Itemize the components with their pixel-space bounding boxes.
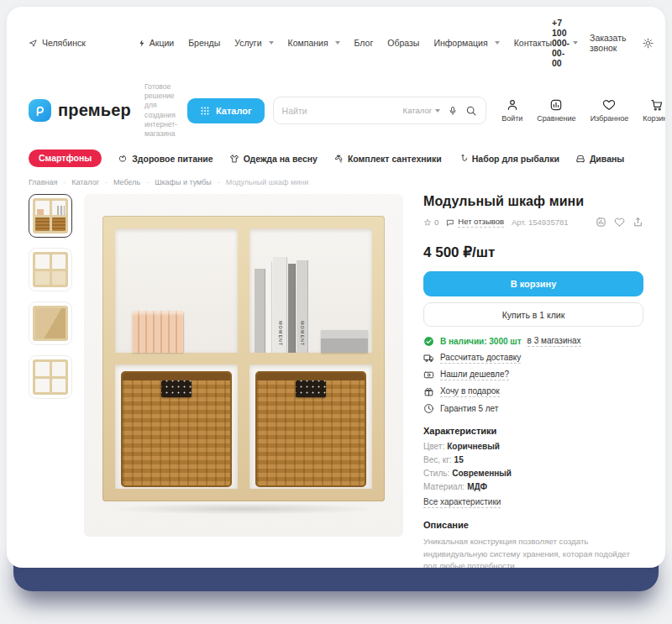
cheaper-row: Нашли дешевле? xyxy=(423,370,643,380)
favorites-button[interactable]: Избранное xyxy=(591,98,629,123)
logo-icon xyxy=(29,99,51,122)
compare-icon[interactable] xyxy=(596,217,606,228)
breadcrumb-home[interactable]: Главная xyxy=(29,178,57,186)
microphone-icon[interactable] xyxy=(448,106,458,116)
nav-item-spring-clothes[interactable]: Одежда на весну xyxy=(229,154,318,164)
gift-row: Хочу в подарок xyxy=(423,386,643,397)
nav-item-sofas[interactable]: Диваны xyxy=(575,154,624,164)
chevron-down-icon xyxy=(495,41,500,45)
nav-item-plumbing-kit[interactable]: Комплект сантехники xyxy=(333,154,442,164)
rating: 0 xyxy=(423,218,438,227)
product-thumbnail-3[interactable] xyxy=(29,302,72,345)
location-icon xyxy=(29,39,38,48)
cart-button[interactable]: Корзина xyxy=(643,98,665,123)
books: MOMENT MOMENT xyxy=(255,257,308,353)
product-thumbnail-2[interactable] xyxy=(29,248,72,291)
thumbnail-list xyxy=(29,194,72,568)
sku: Арт. 154935781 xyxy=(512,218,569,227)
spec-row: Стиль:Современный xyxy=(423,469,643,478)
star-icon xyxy=(423,218,432,227)
shelf-illustration: MOMENT MOMENT xyxy=(102,216,385,501)
search-icon[interactable] xyxy=(465,105,477,117)
check-circle-icon xyxy=(423,336,434,347)
availability-row: В наличии: 3000 шт в 3 магазинах xyxy=(423,336,643,347)
compare-icon xyxy=(549,98,563,112)
nav-item-fishing-set[interactable]: Набор для рыбалки xyxy=(458,154,559,164)
faucet-icon xyxy=(333,154,344,164)
all-specs-link[interactable]: Все характеристики xyxy=(423,497,501,508)
menu-item-information[interactable]: Информация xyxy=(433,38,499,48)
compare-button[interactable]: Сравнение xyxy=(537,98,575,123)
stock-count: В наличии: 3000 шт xyxy=(440,337,522,346)
product-thumbnail-4[interactable] xyxy=(29,355,72,399)
product-image[interactable]: MOMENT MOMENT xyxy=(84,194,403,537)
specs-list: Цвет:Коричневый Вес, кг:15 Стиль:Совреме… xyxy=(423,442,643,491)
gift-link[interactable]: Хочу в подарок xyxy=(440,386,500,397)
menu-item-contacts[interactable]: Контакты xyxy=(514,38,552,48)
delivery-row: Рассчитать доставку xyxy=(423,353,643,364)
product-meta: 0 Нет отзывов Арт. 154935781 xyxy=(423,217,643,228)
phone-link[interactable]: +7 100 000-00-00 xyxy=(552,18,578,68)
heart-icon[interactable] xyxy=(614,217,625,228)
stores-link[interactable]: в 3 магазинах xyxy=(528,336,581,347)
menu-item-blog[interactable]: Блог xyxy=(354,38,374,48)
share-icon[interactable] xyxy=(633,217,643,228)
search-bar: Каталог xyxy=(273,97,487,124)
nav-item-health-food[interactable]: Здоровое питание xyxy=(118,154,213,164)
header-actions: Войти Сравнение Избранное xyxy=(501,98,665,123)
pink-box xyxy=(132,311,184,353)
sun-icon[interactable] xyxy=(643,38,654,49)
city-selector[interactable]: Челябинск xyxy=(29,38,86,48)
menu-item-company[interactable]: Компания xyxy=(288,38,340,48)
wicker-basket xyxy=(121,371,232,487)
apple-icon xyxy=(118,154,128,164)
search-scope-select[interactable]: Каталог xyxy=(403,106,441,115)
warranty-row: Гарантия 5 лет xyxy=(423,403,643,414)
logo[interactable]: премьер xyxy=(29,99,131,122)
gray-box xyxy=(321,330,368,353)
breadcrumb: Главная Каталог Мебель Шкафы и тумбы Мод… xyxy=(29,178,643,186)
menu-item-brands[interactable]: Бренды xyxy=(188,38,220,48)
topbar-right: +7 100 000-00-00 Заказать звонок xyxy=(552,18,654,68)
breadcrumb-furniture[interactable]: Мебель xyxy=(99,178,140,186)
fishing-hook-icon xyxy=(458,154,468,164)
purchase-info: В наличии: 3000 шт в 3 магазинах Рассчит… xyxy=(423,336,643,414)
page-title: Модульный шкаф мини xyxy=(423,194,643,209)
callback-link[interactable]: Заказать звонок xyxy=(590,33,626,53)
page: Челябинск Акции Бренды Услуги Компания Б… xyxy=(0,0,672,624)
city-label: Челябинск xyxy=(42,38,86,48)
product-price: 4 500 ₽/шт xyxy=(423,244,643,261)
user-icon xyxy=(506,98,519,112)
chevron-down-icon xyxy=(573,41,578,45)
delivery-link[interactable]: Рассчитать доставку xyxy=(440,353,521,364)
product-thumbnail-1[interactable] xyxy=(29,194,72,238)
category-nav: Смартфоны Здоровое питание Одежда на вес… xyxy=(29,149,643,167)
search-input[interactable] xyxy=(282,106,396,116)
truck-icon xyxy=(423,353,434,364)
topbar: Челябинск Акции Бренды Услуги Компания Б… xyxy=(29,7,643,68)
cart-icon xyxy=(650,98,664,112)
found-cheaper-link[interactable]: Нашли дешевле? xyxy=(440,370,509,380)
add-to-cart-button[interactable]: В корзину xyxy=(423,271,643,296)
spec-row: Материал:МДФ xyxy=(423,482,643,491)
menu-item-services[interactable]: Услуги xyxy=(234,38,273,48)
rating-value: 0 xyxy=(434,218,438,227)
page-card: Челябинск Акции Бренды Услуги Компания Б… xyxy=(7,7,665,568)
breadcrumb-catalog[interactable]: Каталог xyxy=(57,178,99,186)
grid-icon xyxy=(200,106,210,116)
product-actions xyxy=(596,217,643,228)
menu-item-looks[interactable]: Образы xyxy=(387,38,419,48)
nav-item-smartphones[interactable]: Смартфоны xyxy=(29,149,102,167)
spec-row: Вес, кг:15 xyxy=(423,455,643,464)
gift-icon xyxy=(423,386,434,397)
buy-one-click-button[interactable]: Купить в 1 клик xyxy=(423,302,643,327)
menu-item-sales[interactable]: Акции xyxy=(138,38,174,48)
chevron-down-icon xyxy=(335,41,340,45)
header: премьер Готовое решение для создания инт… xyxy=(29,82,643,139)
reviews-link[interactable]: Нет отзывов xyxy=(446,217,504,228)
breadcrumb-cabinets[interactable]: Шкафы и тумбы xyxy=(140,178,212,186)
product-details: Модульный шкаф мини 0 Нет отзывов xyxy=(423,194,643,568)
catalog-button[interactable]: Каталог xyxy=(187,98,265,123)
login-button[interactable]: Войти xyxy=(501,98,522,123)
banknote-icon xyxy=(423,370,434,380)
